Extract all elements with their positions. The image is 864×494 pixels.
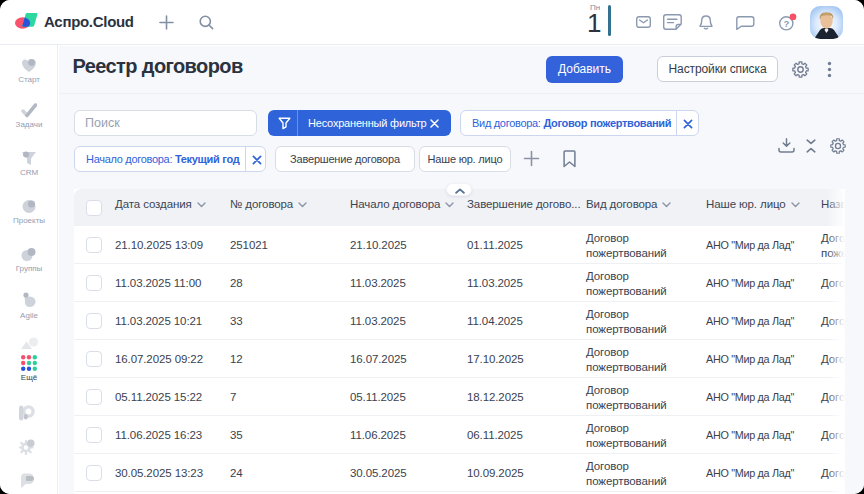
svg-text:?: ?	[783, 18, 789, 29]
